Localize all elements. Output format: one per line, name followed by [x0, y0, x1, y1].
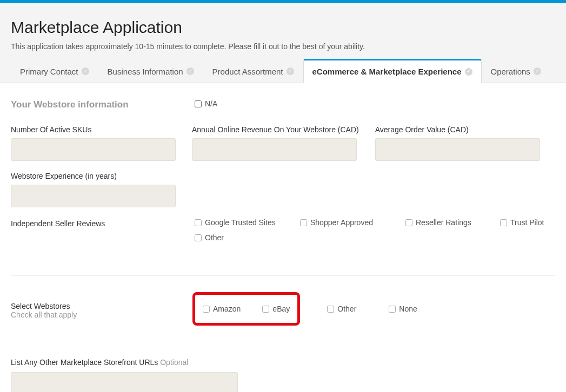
url-field-label: List Any Other Marketplace Storefront UR… [11, 358, 555, 367]
page-title: Marketplace Application [11, 18, 555, 37]
experience-label: Webstore Experience (in years) [11, 172, 176, 180]
check-icon: ✓ [534, 67, 541, 75]
page-container: Marketplace Application This application… [0, 3, 566, 392]
tab-label: Operations [491, 67, 530, 76]
review-opt-trustpilot[interactable]: Trust Pilot [500, 218, 554, 227]
webstore-checkbox-none[interactable] [389, 306, 396, 313]
na-checkbox[interactable] [195, 100, 202, 107]
field-row-2: Webstore Experience (in years) [11, 172, 555, 207]
tab-bar: Primary Contact ✓ Business Information ✓… [0, 58, 566, 83]
review-checkbox-reseller[interactable] [405, 219, 412, 226]
field-row-1: Number Of Active SKUs Annual Online Reve… [11, 125, 555, 161]
revenue-label: Annual Online Revenue On Your Webstore (… [192, 125, 359, 134]
review-checkbox-other[interactable] [195, 234, 202, 241]
check-icon: ✓ [287, 67, 294, 75]
webstore-opt-other[interactable]: Other [327, 305, 356, 313]
tab-label: Business Information [108, 67, 183, 76]
section-title: Your Webstore information [11, 99, 195, 110]
active-skus-input[interactable] [11, 138, 176, 161]
review-opt-shopper[interactable]: Shopper Approved [300, 218, 405, 227]
webstore-info-header: Your Webstore information N/A [11, 99, 555, 110]
experience-input[interactable] [11, 185, 176, 207]
tab-ecommerce-experience[interactable]: eCommerce & Marketplace Experience ✓ [303, 59, 482, 83]
field-experience: Webstore Experience (in years) [11, 172, 176, 207]
webstores-options: Amazon eBay Other None [195, 292, 417, 326]
review-checkbox-google[interactable] [195, 219, 202, 226]
page-header: Marketplace Application This application… [0, 3, 566, 58]
avg-order-input[interactable] [375, 138, 540, 161]
review-opt-google[interactable]: Google Trusted Sites [195, 218, 300, 227]
url-input[interactable] [11, 372, 238, 392]
check-icon: ✓ [187, 67, 194, 75]
webstore-opt-amazon[interactable]: Amazon [203, 305, 241, 313]
review-opt-reseller[interactable]: Reseller Ratings [405, 218, 500, 227]
active-skus-label: Number Of Active SKUs [11, 125, 176, 134]
webstore-checkbox-ebay[interactable] [262, 306, 269, 313]
check-icon: ✓ [82, 67, 89, 75]
na-label: N/A [205, 99, 217, 108]
tab-content: Your Webstore information N/A Number Of … [0, 83, 566, 392]
tab-product-assortment[interactable]: Product Assortment ✓ [203, 59, 303, 83]
revenue-input[interactable] [192, 138, 357, 161]
tab-label: eCommerce & Marketplace Experience [312, 67, 462, 76]
reviews-options: Google Trusted Sites Shopper Approved Re… [195, 218, 555, 248]
na-checkbox-wrap[interactable]: N/A [195, 99, 217, 108]
url-section: List Any Other Marketplace Storefront UR… [11, 358, 555, 392]
tab-label: Product Assortment [212, 67, 283, 76]
webstores-group: Select Webstores Check all that apply Am… [11, 292, 555, 326]
webstore-opt-ebay[interactable]: eBay [262, 305, 290, 313]
webstore-checkbox-other[interactable] [327, 306, 334, 313]
highlight-box: Amazon eBay [192, 292, 300, 326]
tab-operations[interactable]: Operations ✓ [482, 59, 550, 83]
reviews-group-label: Independent Seller Reviews [11, 218, 195, 228]
webstore-checkbox-amazon[interactable] [203, 306, 210, 313]
optional-label: Optional [160, 358, 188, 367]
review-checkbox-shopper[interactable] [300, 219, 307, 226]
field-active-skus: Number Of Active SKUs [11, 125, 176, 161]
review-checkbox-trustpilot[interactable] [500, 219, 507, 226]
page-subtitle: This application takes approximately 10-… [11, 42, 555, 51]
webstore-opt-none[interactable]: None [389, 305, 417, 313]
webstores-group-label: Select Webstores Check all that apply [11, 292, 195, 319]
avg-order-label: Average Order Value (CAD) [375, 125, 540, 134]
check-icon: ✓ [465, 68, 472, 76]
tab-primary-contact[interactable]: Primary Contact ✓ [11, 59, 98, 83]
webstores-group-sublabel: Check all that apply [11, 310, 77, 319]
reviews-group: Independent Seller Reviews Google Truste… [11, 218, 555, 248]
tab-label: Primary Contact [20, 67, 78, 76]
section-divider [11, 275, 555, 276]
tab-business-information[interactable]: Business Information ✓ [98, 59, 203, 83]
review-opt-other[interactable]: Other [195, 233, 555, 242]
field-avg-order: Average Order Value (CAD) [375, 125, 540, 161]
field-revenue: Annual Online Revenue On Your Webstore (… [192, 125, 359, 161]
